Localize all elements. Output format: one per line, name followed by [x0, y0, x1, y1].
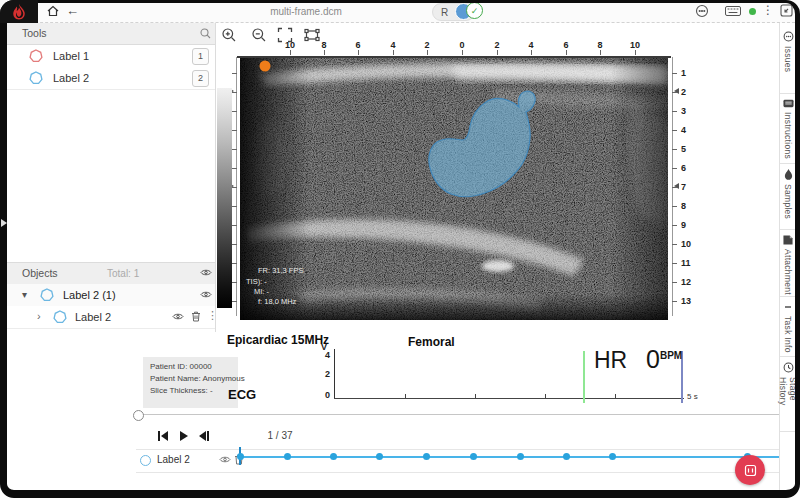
ecg-baseline-tick	[615, 394, 616, 399]
zoom-out-icon[interactable]	[251, 27, 267, 43]
ruler-top-label: 10	[285, 40, 295, 50]
right-tab-rail: IssuesInstructionsSamplesAttachmentTask …	[779, 23, 797, 490]
ruler-right-tick	[672, 73, 677, 74]
object-item-row[interactable]: › Label 2 ⋮	[7, 306, 215, 329]
ultrasound-image[interactable]: FR: 31,3 FPS TIS): - MI: - f: 18,0 MHz	[240, 58, 668, 320]
skip-start-icon[interactable]	[156, 429, 170, 443]
trash-icon[interactable]	[191, 311, 201, 322]
ruler-right-label: 5	[681, 144, 686, 154]
ruler-top-tick	[324, 50, 325, 55]
ruler-top-tick	[635, 50, 636, 55]
tab-instructions[interactable]: Instructions	[780, 94, 796, 164]
tool-item-label-1[interactable]: Label 1 1	[7, 45, 215, 68]
tab-label: Instructions	[783, 112, 793, 159]
save-annotations-button[interactable]	[735, 455, 765, 485]
tools-panel-header: Tools	[7, 23, 215, 45]
eye-icon[interactable]	[219, 455, 231, 464]
keyframe-dot[interactable]	[470, 453, 477, 460]
tools-panel-title: Tools	[22, 27, 47, 39]
tab-label: Task Info	[783, 316, 793, 353]
tool-item-label: Label 2	[53, 72, 89, 84]
ruler-top-tick	[497, 50, 498, 55]
ruler-right-label: 4	[681, 125, 686, 135]
ecg-green-cursor[interactable]	[583, 351, 585, 403]
ruler-top-tick	[531, 50, 532, 55]
eye-icon[interactable]	[200, 268, 212, 277]
ruler-left-tick	[232, 301, 237, 302]
ruler-top-label: 6	[563, 40, 568, 50]
zoom-in-icon[interactable]	[221, 27, 237, 43]
objects-total: Total: 1	[107, 263, 139, 284]
ruler-right-tick	[672, 282, 677, 283]
focus-marker-icon	[674, 183, 679, 189]
ruler-right-tick	[672, 263, 677, 264]
ruler-left-tick	[232, 187, 237, 188]
tab-label: Issues	[783, 46, 793, 72]
stage-label: R	[441, 7, 448, 18]
patient-name: Patient Name: Anonymous	[150, 373, 238, 385]
kebab-menu-icon[interactable]: ⋮	[762, 3, 774, 17]
ruler-top-label: 2	[424, 40, 429, 50]
ruler-right-label: 7	[681, 182, 686, 192]
keyboard-icon[interactable]	[725, 6, 741, 16]
patient-info-box: Patient ID: 00000 Patient Name: Anonymou…	[143, 357, 238, 408]
ruler-right-label: 12	[681, 277, 691, 287]
tab-label: Samples	[783, 184, 793, 219]
document-title: multi-frame.dcm	[230, 6, 382, 17]
back-arrow-icon[interactable]: ←	[66, 3, 79, 18]
tab-issues[interactable]: Issues	[780, 26, 796, 94]
polygon-class-icon	[29, 49, 43, 63]
comment-icon[interactable]	[695, 4, 709, 18]
ruler-top-tick	[358, 50, 359, 55]
timeline-scrubber[interactable]	[136, 414, 782, 415]
stage-complete-check-icon[interactable]: ✓	[466, 2, 483, 19]
ruler-right-label: 6	[681, 163, 686, 173]
eye-icon[interactable]	[200, 290, 212, 299]
us-overlay-line: TIS): -	[246, 277, 267, 286]
scrubber-handle[interactable]	[133, 410, 144, 421]
ruler-left-tick	[232, 168, 237, 169]
ruler-right-label: 11	[681, 258, 691, 268]
ruler-left-tick	[232, 130, 237, 131]
ecg-y-axis	[334, 349, 335, 399]
tool-item-label-2[interactable]: Label 2 2	[7, 67, 215, 90]
tab-attachment[interactable]: Attachment	[780, 230, 796, 297]
caret-down-icon[interactable]: ▾	[22, 289, 27, 300]
tab-task-info[interactable]: Task Info	[780, 297, 796, 357]
tab-stage-history[interactable]: Stage History	[780, 357, 796, 432]
ruler-right-tick	[672, 244, 677, 245]
eye-icon[interactable]	[172, 312, 184, 321]
home-icon[interactable]	[46, 4, 60, 18]
keyframe-dot[interactable]	[517, 453, 524, 460]
ruler-right-label: 9	[681, 220, 686, 230]
object-group-row[interactable]: ▾ Label 2 (1)	[7, 284, 215, 307]
play-icon[interactable]	[177, 429, 191, 443]
polygon-class-icon	[53, 310, 67, 324]
bounding-box-icon[interactable]	[304, 27, 320, 43]
ruler-left-tick	[232, 206, 237, 207]
ruler-top-label: 8	[597, 40, 602, 50]
search-icon[interactable]	[200, 28, 211, 39]
object-item-label: Label 2	[75, 311, 111, 323]
kebab-menu-icon[interactable]: ⋮	[207, 309, 218, 322]
ruler-left-tick	[232, 244, 237, 245]
sidebar-expander-icon[interactable]	[1, 219, 7, 227]
tab-samples[interactable]: Samples	[780, 164, 796, 230]
ruler-left-tick	[232, 225, 237, 226]
ruler-left-tick	[232, 149, 237, 150]
keyframe-dot[interactable]	[284, 453, 291, 460]
skip-end-icon[interactable]	[197, 429, 211, 443]
us-overlay-line: f: 18,0 MHz	[258, 297, 297, 306]
panel-toggle-icon[interactable]	[780, 4, 793, 17]
patient-id: Patient ID: 00000	[150, 361, 238, 373]
hr-unit: BPM	[660, 350, 682, 361]
keyframe-dot[interactable]	[237, 453, 244, 460]
caret-right-icon[interactable]: ›	[37, 310, 41, 322]
hr-label: HR	[594, 347, 627, 374]
ruler-top-label: 2	[494, 40, 499, 50]
keyframe-track-line[interactable]	[240, 456, 782, 458]
ruler-left-tick	[232, 92, 237, 93]
topbar: ← multi-frame.dcm R ✓ ⋮	[0, 0, 800, 23]
app-logo[interactable]	[0, 0, 38, 23]
keyframe-dot[interactable]	[330, 453, 337, 460]
